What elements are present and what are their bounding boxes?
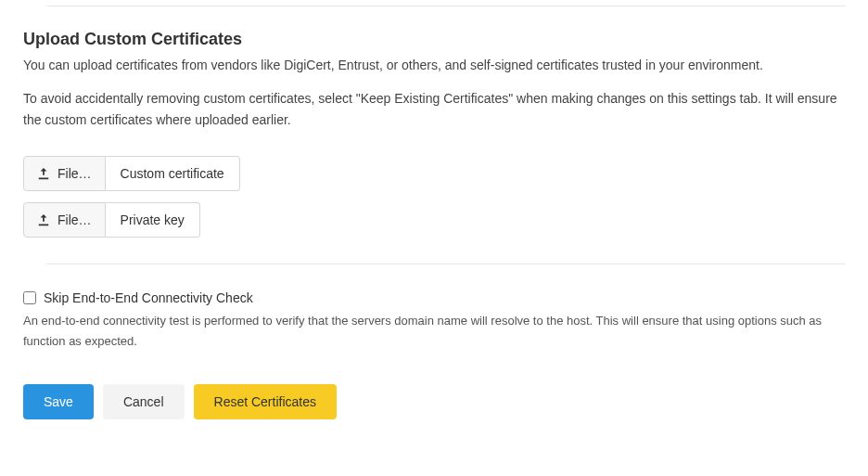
action-button-row: Save Cancel Reset Certificates xyxy=(23,384,845,419)
file-button-label: File… xyxy=(57,212,92,227)
reset-certificates-button[interactable]: Reset Certificates xyxy=(194,384,337,419)
cancel-button[interactable]: Cancel xyxy=(103,384,185,419)
private-key-file-row: File… Private key xyxy=(23,202,845,238)
save-button[interactable]: Save xyxy=(23,384,94,419)
skip-check-label[interactable]: Skip End-to-End Connectivity Check xyxy=(44,290,253,305)
file-button-label: File… xyxy=(57,166,92,181)
private-key-file-label: Private key xyxy=(106,202,200,238)
custom-cert-file-label: Custom certificate xyxy=(106,156,240,191)
upload-section-desc: You can upload certificates from vendors… xyxy=(23,55,845,75)
section-divider xyxy=(46,264,845,264)
upload-icon xyxy=(37,167,50,180)
top-divider xyxy=(46,6,845,6)
private-key-file-button[interactable]: File… xyxy=(23,202,106,238)
skip-check-desc: An end-to-end connectivity test is perfo… xyxy=(23,311,845,352)
skip-check-row: Skip End-to-End Connectivity Check xyxy=(23,290,845,305)
upload-section-note: To avoid accidentally removing custom ce… xyxy=(23,88,845,130)
upload-section-title: Upload Custom Certificates xyxy=(23,30,845,49)
skip-check-checkbox[interactable] xyxy=(23,291,36,304)
upload-icon xyxy=(37,213,50,226)
custom-cert-file-row: File… Custom certificate xyxy=(23,156,845,191)
custom-cert-file-button[interactable]: File… xyxy=(23,156,106,191)
